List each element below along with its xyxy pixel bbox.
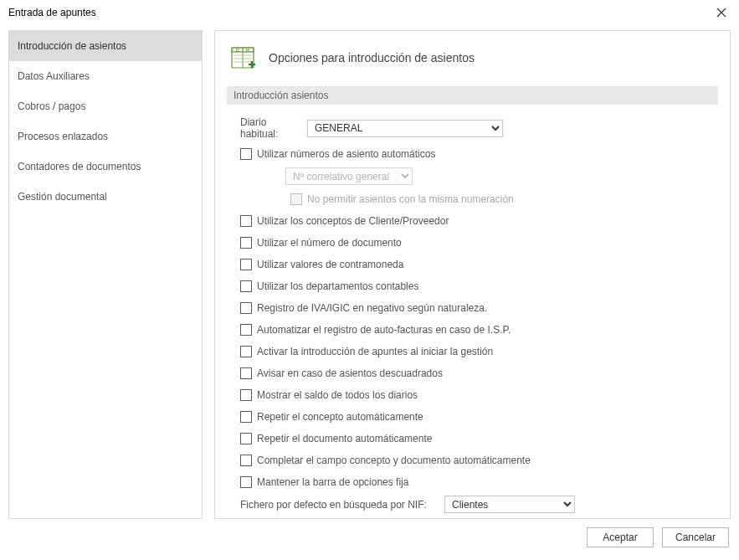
row-check-7: Avisar en caso de asientos descuadrados [240,365,715,382]
main-panel: D H Opciones para introducción de asient… [214,30,731,519]
sidebar-item-label: Datos Auxiliares [18,70,90,82]
row-check-12: Mantener la barra de opciones fija [240,474,715,491]
svg-text:D: D [236,48,239,53]
sidebar-item-contadores[interactable]: Contadores de documentos [9,152,202,182]
section-header-label: Introducción asientos [234,90,328,101]
section-header: Introducción asientos [227,86,718,105]
chk-label: Automatizar el registro de auto-facturas… [257,324,511,336]
chk-label: Utilizar los conceptos de Cliente/Provee… [257,215,449,227]
chk-numero-documento[interactable] [240,237,252,249]
ledger-plus-icon: D H [231,45,258,70]
form-area: Diario habitual: GENERAL Utilizar número… [227,116,718,519]
chk-no-permitir [290,193,302,205]
content-area: Introducción de asientos Datos Auxiliare… [0,25,739,519]
close-icon [716,8,726,18]
titlebar: Entrada de apuntes [0,0,739,25]
chk-label: Repetir el concepto automáticamente [257,411,423,423]
row-check-9: Repetir el concepto automáticamente [240,408,715,425]
chk-cliente-proveedor[interactable] [240,215,252,227]
row-diario: Diario habitual: GENERAL [240,116,715,140]
chk-activar-apuntes[interactable] [240,346,252,357]
row-auto-num: Utilizar números de asiento automáticos [240,146,715,162]
correlativo-select: Nº correlativo general [285,167,413,185]
row-check-0: Utilizar los conceptos de Cliente/Provee… [240,213,715,229]
sidebar: Introducción de asientos Datos Auxiliare… [8,30,203,519]
chk-label: Utilizar el número de documento [257,237,402,249]
chk-label: Mostrar el saldo de todos los diarios [257,389,418,401]
chk-auto-num[interactable] [240,148,252,160]
chk-iva-igic[interactable] [240,302,252,314]
sidebar-item-cobros-pagos[interactable]: Cobros / pagos [9,91,202,121]
chk-no-permitir-label: No permitir asientos con la misma numera… [307,193,514,205]
panel-icon: D H [230,44,259,71]
chk-label: Repetir el documento automáticamente [257,433,432,444]
chk-autofacturas[interactable] [240,324,252,336]
sidebar-item-label: Gestión documental [18,191,107,203]
sidebar-item-datos-auxiliares[interactable]: Datos Auxiliares [9,61,202,91]
row-correlativo: Nº correlativo general [240,167,715,185]
row-check-5: Automatizar el registro de auto-facturas… [240,321,715,338]
chk-repetir-documento[interactable] [240,433,252,444]
chk-label: Utilizar valores de contramoneda [257,259,403,270]
sidebar-item-procesos-enlazados[interactable]: Procesos enlazados [9,121,202,152]
chk-label: Completar el campo concepto y documento … [257,455,531,466]
sidebar-item-gestion-documental[interactable]: Gestión documental [9,182,202,212]
chk-label: Utilizar los departamentos contables [257,280,418,292]
row-check-3: Utilizar los departamentos contables [240,278,715,295]
sidebar-item-label: Contadores de documentos [18,161,141,172]
row-check-10: Repetir el documento automáticamente [240,430,715,447]
cancel-button[interactable]: Cancelar [662,527,729,547]
row-no-permitir: No permitir asientos con la misma numera… [240,191,715,208]
panel-title: Opciones para introducción de asientos [269,51,475,64]
nif-select[interactable]: Clientes [444,496,575,513]
row-check-11: Completar el campo concepto y documento … [240,452,715,469]
chk-label: Avisar en caso de asientos descuadrados [257,367,443,379]
chk-completar-campo[interactable] [240,455,252,466]
diario-label: Diario habitual: [240,116,307,140]
row-check-1: Utilizar el número de documento [240,234,715,251]
chk-repetir-concepto[interactable] [240,411,252,423]
accept-button[interactable]: Aceptar [587,527,654,547]
svg-text:H: H [246,48,249,53]
chk-contramoneda[interactable] [240,259,252,270]
window-title: Entrada de apuntes [8,7,96,18]
sidebar-item-label: Introducción de asientos [18,40,126,52]
nif-label: Fichero por defecto en búsqueda por NIF: [240,499,444,511]
chk-label: Mantener la barra de opciones fija [257,476,408,488]
chk-avisar-descuadrados[interactable] [240,367,252,379]
chk-auto-num-label: Utilizar números de asiento automáticos [257,148,435,160]
close-button[interactable] [711,2,732,23]
panel-header: D H Opciones para introducción de asient… [227,44,718,71]
row-check-4: Registro de IVA/IGIC en negativo según n… [240,300,715,316]
sidebar-item-introduccion[interactable]: Introducción de asientos [9,31,202,61]
chk-mostrar-saldo[interactable] [240,389,252,401]
diario-select[interactable]: GENERAL [307,120,503,137]
chk-departamentos[interactable] [240,280,252,292]
chk-label: Activar la introducción de apuntes al in… [257,346,493,357]
chk-barra-opciones[interactable] [240,476,252,488]
row-nif: Fichero por defecto en búsqueda por NIF:… [240,496,715,513]
sidebar-item-label: Procesos enlazados [18,131,108,142]
footer: Aceptar Cancelar [0,519,739,547]
row-check-6: Activar la introducción de apuntes al in… [240,343,715,360]
sidebar-item-label: Cobros / pagos [18,100,85,112]
row-check-2: Utilizar valores de contramoneda [240,256,715,273]
chk-label: Registro de IVA/IGIC en negativo según n… [257,302,487,314]
row-check-8: Mostrar el saldo de todos los diarios [240,387,715,403]
